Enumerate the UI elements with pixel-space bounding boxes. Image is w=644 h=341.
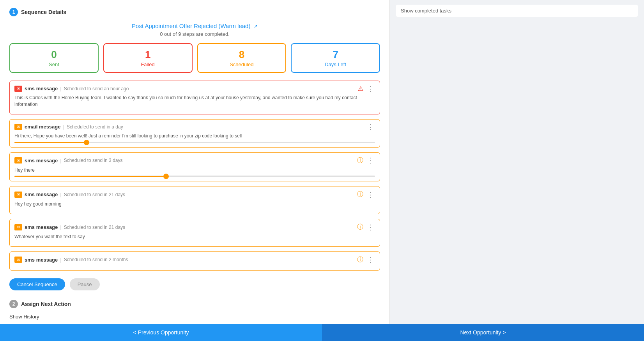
section1-header: 1 Sequence Details [9, 8, 380, 16]
msg-content-2: Hi there, Hope you have been well! Just … [14, 133, 375, 139]
sms-icon-3: ✉ [14, 157, 22, 163]
section2-header: 2 Assign Next Action [9, 300, 380, 308]
slider-fill-3 [14, 176, 166, 177]
message-header-2: ✉ email message | Scheduled to send in a… [14, 123, 375, 130]
warning-icon-6: ⓘ [357, 256, 363, 264]
sequence-name-row: Post Appointment Offer Rejected (Warm le… [9, 23, 380, 30]
sms-icon-6: ✉ [14, 257, 22, 263]
stat-days-left-value: 7 [296, 49, 375, 61]
msg-content-1: This is Carlos with the Home Buying team… [14, 95, 375, 108]
msg-type-5: sms message [25, 224, 58, 230]
slider-fill-2 [14, 142, 87, 143]
message-item-1: ✉ sms message | Scheduled to send an hou… [9, 81, 380, 114]
sequence-progress: 0 out of 9 steps are completed. [9, 31, 380, 37]
warning-icon-4: ⓘ [357, 190, 363, 199]
slider-thumb-2[interactable] [84, 140, 89, 145]
msg-schedule-5: Scheduled to send in 21 days [64, 225, 355, 230]
message-header-4: ✉ sms message | Scheduled to send in 21 … [14, 190, 375, 199]
show-completed-button[interactable]: Show completed tasks [396, 5, 638, 17]
warning-icon-5: ⓘ [357, 223, 363, 231]
msg-actions-1: ⚠ ⋮ [358, 85, 375, 92]
sms-icon-1: ✉ [14, 86, 22, 92]
prev-opportunity-button[interactable]: < Previous Opportunity [0, 324, 322, 341]
msg-type-3: sms message [25, 158, 58, 163]
message-item-5: ✉ sms message | Scheduled to send in 21 … [9, 219, 380, 247]
section1-title: Sequence Details [21, 9, 66, 15]
slider-thumb-3[interactable] [163, 174, 169, 179]
section2-title: Assign Next Action [21, 301, 71, 307]
msg-more-btn-5[interactable]: ⋮ [366, 224, 375, 231]
message-header-3: ✉ sms message | Scheduled to send in 3 d… [14, 156, 375, 165]
msg-schedule-1: Scheduled to send an hour ago [64, 86, 356, 91]
msg-actions-2: ⋮ [366, 123, 375, 130]
pause-button[interactable]: Pause [70, 278, 100, 290]
sequence-title-block: Post Appointment Offer Rejected (Warm le… [9, 23, 380, 37]
msg-content-3: Hey there [14, 167, 375, 174]
warning-icon-3: ⓘ [357, 156, 363, 165]
stat-sent-value: 0 [15, 49, 93, 61]
right-panel: Show completed tasks [390, 0, 644, 324]
sms-icon-5: ✉ [14, 224, 22, 230]
message-header-5: ✉ sms message | Scheduled to send in 21 … [14, 223, 375, 231]
action-buttons: Cancel Sequence Pause [9, 278, 380, 290]
msg-type-1: sms message [25, 86, 58, 91]
warning-icon-1: ⚠ [358, 85, 363, 92]
next-opportunity-button[interactable]: Next Opportunity > [322, 324, 644, 341]
left-panel: 1 Sequence Details Post Appointment Offe… [0, 0, 390, 324]
stats-row: 0 Sent 1 Failed 8 Scheduled 7 Days Left [9, 43, 380, 73]
msg-schedule-3: Scheduled to send in 3 days [64, 158, 355, 163]
messages-list: ✉ sms message | Scheduled to send an hou… [9, 81, 380, 271]
stat-failed-label: Failed [109, 62, 187, 67]
section2-number: 2 [9, 300, 18, 308]
msg-more-btn-3[interactable]: ⋮ [366, 157, 375, 164]
section1-number: 1 [9, 8, 18, 16]
message-header-1: ✉ sms message | Scheduled to send an hou… [14, 85, 375, 92]
cancel-sequence-button[interactable]: Cancel Sequence [9, 278, 65, 290]
msg-actions-3: ⓘ ⋮ [357, 156, 375, 165]
bottom-nav: < Previous Opportunity Next Opportunity … [0, 324, 644, 341]
msg-actions-6: ⓘ ⋮ [357, 256, 375, 264]
external-link-icon[interactable]: ↗ [254, 24, 258, 29]
msg-more-btn-2[interactable]: ⋮ [366, 123, 375, 130]
msg-schedule-4: Scheduled to send in 21 days [64, 192, 355, 197]
stat-sent: 0 Sent [9, 43, 99, 73]
slider-track-2[interactable] [14, 142, 375, 143]
message-item-4: ✉ sms message | Scheduled to send in 21 … [9, 186, 380, 214]
msg-type-4: sms message [25, 192, 58, 197]
msg-more-btn-6[interactable]: ⋮ [366, 256, 375, 263]
sequence-name: Post Appointment Offer Rejected (Warm le… [132, 23, 250, 29]
msg-more-btn-1[interactable]: ⋮ [366, 85, 375, 92]
message-item-2: ✉ email message | Scheduled to send in a… [9, 119, 380, 148]
message-header-6: ✉ sms message | Scheduled to send in 2 m… [14, 256, 375, 264]
msg-actions-5: ⓘ ⋮ [357, 223, 375, 231]
msg-content-5: Whatever you want the text to say [14, 234, 375, 240]
msg-schedule-2: Scheduled to send in a day [67, 124, 364, 130]
sms-icon-4: ✉ [14, 192, 22, 198]
slider-track-3[interactable] [14, 176, 375, 177]
stat-sent-label: Sent [15, 62, 93, 67]
msg-schedule-6: Scheduled to send in 2 months [64, 257, 355, 262]
show-history-link[interactable]: Show History [9, 314, 39, 320]
stat-scheduled-label: Scheduled [203, 62, 281, 67]
stat-days-left: 7 Days Left [291, 43, 380, 73]
message-item-3: ✉ sms message | Scheduled to send in 3 d… [9, 152, 380, 182]
stat-scheduled-value: 8 [203, 49, 281, 61]
stat-failed-value: 1 [109, 49, 187, 61]
msg-type-6: sms message [25, 257, 58, 263]
email-icon-2: ✉ [14, 124, 22, 130]
msg-type-2: email message [25, 124, 61, 130]
stat-days-left-label: Days Left [296, 62, 375, 67]
msg-actions-4: ⓘ ⋮ [357, 190, 375, 199]
message-item-6: ✉ sms message | Scheduled to send in 2 m… [9, 251, 380, 271]
msg-more-btn-4[interactable]: ⋮ [366, 191, 375, 198]
stat-failed: 1 Failed [103, 43, 193, 73]
stat-scheduled: 8 Scheduled [197, 43, 287, 73]
msg-content-4: Hey hey good morning [14, 201, 375, 207]
